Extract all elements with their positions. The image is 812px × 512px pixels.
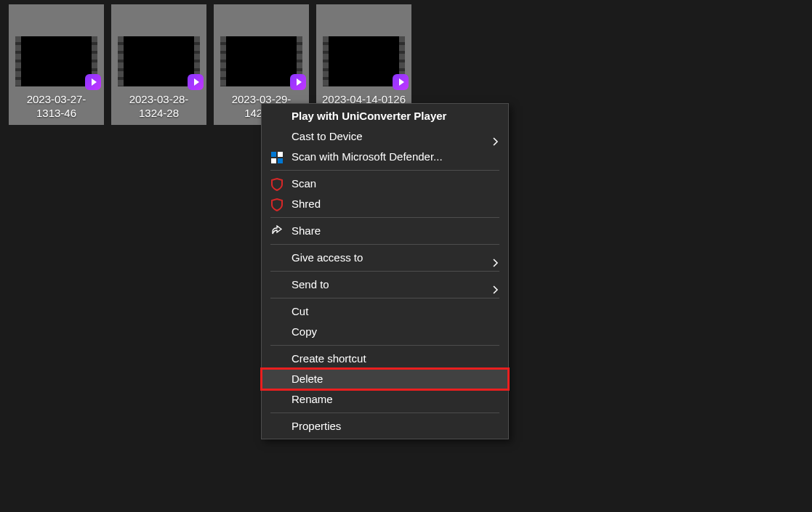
menu-item-cut[interactable]: Cut (262, 301, 508, 322)
mcafee-shield-icon (270, 198, 284, 211)
mcafee-shield-icon (270, 177, 284, 190)
menu-label: Cut (292, 305, 308, 317)
menu-label: Send to (292, 278, 329, 290)
video-thumbnail (118, 36, 200, 86)
context-menu: Play with UniConverter Player Cast to De… (261, 103, 509, 439)
chevron-right-icon (492, 280, 499, 288)
menu-item-rename[interactable]: Rename (262, 389, 508, 410)
file-label: 2023-03-28-1324-28 (116, 92, 203, 120)
menu-label: Play with UniConverter Player (292, 110, 446, 122)
play-icon (393, 74, 409, 90)
menu-label: Scan with Microsoft Defender... (292, 150, 443, 163)
svg-rect-3 (278, 158, 283, 163)
menu-label: Properties (292, 420, 341, 432)
file-tile[interactable]: 2023-03-27-1313-46 (9, 4, 104, 125)
chevron-right-icon (492, 253, 499, 261)
menu-separator (270, 271, 499, 272)
menu-label: Cast to Device (292, 130, 363, 142)
play-icon (290, 74, 306, 90)
menu-item-scan-defender[interactable]: Scan with Microsoft Defender... (262, 147, 508, 167)
play-icon (188, 74, 204, 90)
menu-separator (270, 170, 499, 171)
menu-item-shred[interactable]: Shred (262, 194, 508, 214)
video-thumbnail (15, 36, 97, 86)
menu-label: Create shortcut (292, 352, 366, 365)
file-tile[interactable]: 2023-03-28-1324-28 (111, 4, 206, 125)
menu-label: Scan (292, 177, 316, 190)
menu-separator (270, 413, 499, 413)
svg-rect-2 (271, 158, 276, 163)
video-thumbnail (220, 36, 302, 86)
menu-item-cast-to-device[interactable]: Cast to Device (262, 126, 508, 147)
share-icon (270, 224, 284, 237)
video-thumbnail (323, 36, 405, 86)
file-label: 2023-03-27-1313-46 (13, 92, 100, 120)
menu-item-delete[interactable]: Delete (262, 369, 508, 389)
menu-label: Give access to (292, 251, 363, 264)
menu-separator (270, 298, 499, 298)
menu-separator (270, 345, 499, 346)
menu-separator (270, 244, 499, 245)
menu-item-scan[interactable]: Scan (262, 174, 508, 194)
defender-shield-icon (270, 150, 284, 163)
menu-label: Copy (292, 325, 317, 338)
menu-label: Rename (292, 393, 333, 405)
menu-label: Share (292, 224, 321, 237)
menu-item-create-shortcut[interactable]: Create shortcut (262, 349, 508, 369)
menu-item-share[interactable]: Share (262, 221, 508, 241)
menu-item-copy[interactable]: Copy (262, 322, 508, 342)
menu-item-send-to[interactable]: Send to (262, 275, 508, 295)
menu-item-properties[interactable]: Properties (262, 416, 508, 436)
chevron-right-icon (492, 132, 499, 139)
svg-rect-0 (271, 152, 276, 157)
play-icon (85, 74, 101, 90)
menu-label: Shred (292, 198, 321, 210)
menu-label: Delete (292, 373, 323, 385)
svg-rect-1 (278, 152, 283, 157)
menu-item-play-uniconverter[interactable]: Play with UniConverter Player (262, 106, 508, 126)
menu-item-give-access-to[interactable]: Give access to (262, 248, 508, 268)
menu-separator (270, 217, 499, 218)
